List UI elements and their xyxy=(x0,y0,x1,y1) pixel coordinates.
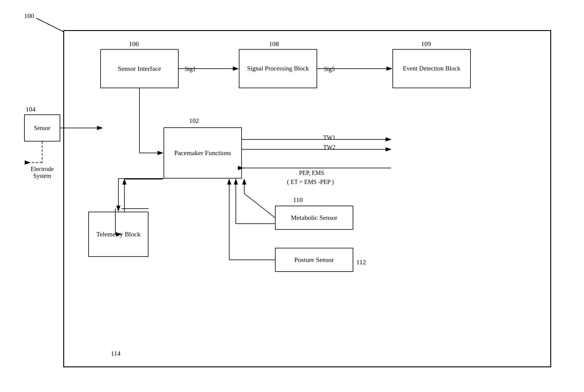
telemetry-block: Telemetry Block xyxy=(88,212,148,257)
sensor-block: Sensor xyxy=(24,114,60,142)
ref-114: 114 xyxy=(111,350,120,357)
tw2-label: TW2 xyxy=(323,144,336,151)
ref-109: 109 xyxy=(421,40,431,48)
sig5-label: Sig5 xyxy=(324,66,335,73)
diagram-container: 100 Sensor Interface Signal Processing B… xyxy=(24,12,566,379)
main-boundary-box: Sensor Interface Signal Processing Block… xyxy=(63,30,551,367)
et-formula-label: ( ET = EMS -PEP ) xyxy=(287,179,334,185)
sig1-label: Sig1 xyxy=(185,66,196,73)
electrode-system-label: Electrode System xyxy=(24,166,60,179)
posture-sensor-block: Posture Sensor xyxy=(275,248,353,272)
ref-108: 108 xyxy=(269,40,279,48)
svg-line-21 xyxy=(244,194,275,218)
ref-102: 102 xyxy=(189,117,199,125)
sensor-interface-block: Sensor Interface xyxy=(100,49,179,88)
ref-100: 100 xyxy=(24,12,34,20)
ref-110: 110 xyxy=(293,196,303,204)
pep-ems-label: PEP, EMS xyxy=(299,170,324,176)
ref-112: 112 xyxy=(356,258,366,266)
ref-104: 104 xyxy=(26,105,36,113)
event-detection-block: Event Detection Block xyxy=(392,49,471,88)
pacemaker-functions-block: Pacemaker Functions xyxy=(164,127,242,179)
ref-106: 106 xyxy=(129,40,139,48)
metabolic-sensor-block: Metabolic Sensor xyxy=(275,206,353,230)
tw1-label: TW1 xyxy=(323,134,336,141)
signal-processing-block: Signal Processing Block xyxy=(239,49,317,88)
